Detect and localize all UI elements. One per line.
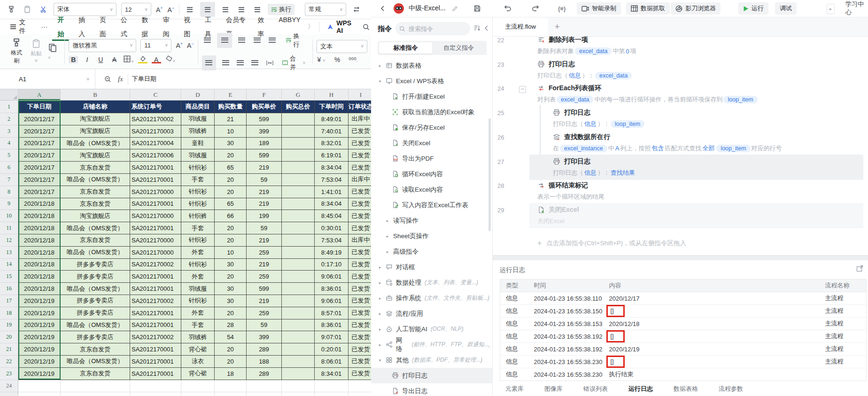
cell[interactable]: 出库中 <box>349 113 372 125</box>
cell[interactable]: SA2012170004 <box>130 138 181 150</box>
format-painter-icon[interactable] <box>6 4 17 15</box>
flow-step-28[interactable]: 28循环结束标记表示一个循环区域的结尾 <box>493 180 868 204</box>
clear-format-icon[interactable]: ˅ <box>165 55 175 64</box>
cell[interactable]: 66 <box>215 210 247 222</box>
cell[interactable]: 2020/12/17 <box>18 162 61 174</box>
cell[interactable]: 20 <box>215 149 247 162</box>
open-log-window-icon[interactable] <box>856 265 863 273</box>
cell[interactable]: 30 <box>215 138 247 150</box>
cell[interactable]: 2020/12/19 <box>18 343 61 356</box>
cell[interactable]: 淘宝旗舰店 <box>61 125 130 138</box>
cell[interactable] <box>282 186 315 198</box>
cell[interactable]: 羽绒裤 <box>181 331 215 343</box>
row-header-8[interactable]: 8 <box>0 186 18 198</box>
cell[interactable]: SA2012170002 <box>130 259 181 271</box>
browser-button[interactable]: 影刀浏览器 <box>671 2 721 15</box>
cell[interactable]: 已发货 <box>349 307 372 319</box>
bottom-tab-图像库[interactable]: 图像库 <box>544 385 563 393</box>
cell[interactable] <box>282 234 315 247</box>
cell[interactable]: 189 <box>247 138 282 150</box>
cell[interactable]: 20 <box>215 174 247 186</box>
cell[interactable]: 已发货 <box>349 319 372 332</box>
cell[interactable] <box>282 368 315 380</box>
cell[interactable] <box>181 380 215 392</box>
row-header-11[interactable]: 11 <box>0 222 18 234</box>
cell[interactable]: 2020/12/18 <box>18 259 61 271</box>
align-bottom-icon[interactable] <box>236 35 248 46</box>
cell[interactable]: 65 <box>215 162 247 174</box>
cell[interactable]: 20 <box>215 186 247 198</box>
cell[interactable]: 童鞋 <box>181 138 215 150</box>
tree-item[interactable]: ▸流程/应用 <box>371 306 492 321</box>
cell[interactable] <box>282 380 315 392</box>
cell[interactable]: 6:19:01 <box>315 149 349 162</box>
row-header-17[interactable]: 17 <box>0 295 18 307</box>
flow-step-29[interactable]: 29关闭Excel关闭Excel <box>493 204 868 229</box>
copy-icon[interactable]: ˅ <box>48 43 61 61</box>
file-menu[interactable]: 文件 <box>5 18 36 35</box>
cell[interactable]: SA2012170001 <box>130 271 181 283</box>
cell[interactable]: 拼多多专卖店 <box>61 307 130 319</box>
cell[interactable]: 已发货 <box>349 125 372 138</box>
row-header-10[interactable]: 10 <box>0 210 18 222</box>
undo-icon[interactable] <box>504 0 512 17</box>
column-header-A[interactable]: A <box>18 89 61 101</box>
cell[interactable]: 已发货 <box>349 331 372 343</box>
cell[interactable]: 店铺名称 <box>61 101 130 113</box>
cell[interactable]: SA2012170001 <box>130 222 181 234</box>
cell[interactable]: 18 <box>215 368 247 380</box>
cell[interactable]: SA2012170000 <box>130 247 181 259</box>
shrink-font-icon[interactable]: A− <box>168 6 175 14</box>
chevron-down-icon[interactable]: ▾ <box>378 358 382 363</box>
cell[interactable]: 下单时间 <box>315 101 349 113</box>
column-header-F[interactable]: F <box>247 89 282 101</box>
row-header-19[interactable]: 19 <box>0 319 18 332</box>
cell[interactable] <box>282 138 315 150</box>
flow-step-26[interactable]: 26查找数据所在行在 excel_instance 中A列上，按照包含匹配方式查… <box>493 132 868 156</box>
flow-step-22[interactable]: 22删除列表一项删除列表对象 excel_data 中第0项 <box>493 36 868 59</box>
cell[interactable]: 京东自发货 <box>61 162 130 174</box>
cell[interactable]: 2020/12/19 <box>18 295 61 307</box>
cell[interactable]: 0:20:01 <box>315 343 349 356</box>
flow-step-27[interactable]: 27打印日志打印日志（信息）： 查找结果 <box>493 156 868 180</box>
cell[interactable] <box>215 380 247 392</box>
cell[interactable]: 已发货 <box>349 198 372 210</box>
cell[interactable]: SA2012170001 <box>130 307 181 319</box>
cell[interactable]: SA2012170001 <box>130 162 181 174</box>
cell[interactable]: 下单日期 <box>18 101 61 113</box>
row-header-7[interactable]: 7 <box>0 174 18 186</box>
wrap-text-button[interactable]: 换行 <box>282 31 309 50</box>
cell[interactable]: 2020/12/17 <box>18 125 61 138</box>
instruction-tab-标准指令[interactable]: 标准指令 <box>379 42 432 54</box>
cell[interactable]: 淘宝旗舰店 <box>61 210 130 222</box>
fill-color-icon[interactable] <box>138 56 147 63</box>
flow-step-25[interactable]: 25打印日志打印日志（信息）： loop_item <box>493 107 868 132</box>
flow-step-24[interactable]: 24−ForEach列表循环对列表 excel_data 中的每一项进行循环操作… <box>493 83 868 107</box>
debug-button[interactable]: 调试 <box>775 2 797 15</box>
cell[interactable]: 购买单价 <box>247 101 282 113</box>
cell[interactable]: 219 <box>247 234 282 247</box>
cell[interactable]: 219 <box>247 186 282 198</box>
tree-item[interactable]: ▸Sheet页操作 <box>371 228 492 244</box>
cell[interactable]: 2020/12/18 <box>18 247 61 259</box>
cell[interactable]: 淘宝旗舰店 <box>61 113 130 125</box>
cell[interactable]: 65 <box>215 198 247 210</box>
shrink-font-icon[interactable]: A− <box>187 41 194 49</box>
add-flow-tab-icon[interactable]: + <box>555 17 560 36</box>
cell[interactable]: 羽绒服 <box>181 149 215 162</box>
cell[interactable]: 京东自发货 <box>61 343 130 356</box>
tree-item[interactable]: ▾其他(数据库、PDF、异常处理...) <box>371 352 492 368</box>
bold-icon[interactable]: B <box>69 56 78 63</box>
column-header-I[interactable]: I <box>349 89 372 101</box>
cell[interactable]: 羽绒服 <box>181 283 215 295</box>
cell[interactable]: 8:34:04 <box>315 162 349 174</box>
cell[interactable]: 20 <box>215 234 247 247</box>
tree-item[interactable]: 读取Excel内容 <box>371 182 492 197</box>
cell[interactable]: SA2012170002 <box>130 295 181 307</box>
cell[interactable]: 259 <box>247 271 282 283</box>
row-header-16[interactable]: 16 <box>0 283 18 295</box>
row-header-21[interactable]: 21 <box>0 343 18 356</box>
cell[interactable]: 针织衫 <box>181 295 215 307</box>
cell[interactable]: 唯品会（OMS发货） <box>61 174 130 186</box>
cell[interactable] <box>130 380 181 392</box>
